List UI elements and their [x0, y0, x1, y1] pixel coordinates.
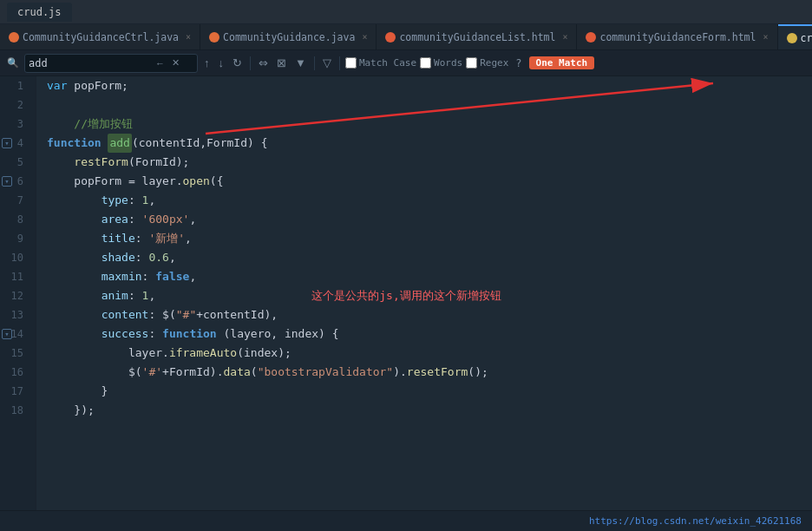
tab-close-icon[interactable]: × — [362, 32, 367, 42]
annotation-text: 这个是公共的js,调用的这个新增按钮 — [311, 286, 501, 305]
search-move-btn[interactable]: ⇔ — [256, 56, 271, 69]
line-num-12: 12 — [0, 286, 29, 305]
code-line-2 — [36, 95, 812, 115]
status-url[interactable]: https://blog.csdn.net/weixin_42621168 — [589, 515, 802, 527]
line-num-6: ▾ 6 — [0, 172, 29, 191]
match-case-option[interactable]: Match Case — [345, 57, 416, 69]
search-refresh-btn[interactable]: ↻ — [230, 56, 245, 69]
prop-type: type — [102, 191, 128, 210]
indent — [47, 210, 102, 229]
code-line-18: }); — [36, 401, 812, 420]
indent — [47, 267, 102, 286]
tab-label: communityGuidanceList.html — [399, 31, 555, 43]
code-line-8: area : '600px' , — [36, 210, 812, 229]
search-filter-btn[interactable]: ▼ — [292, 56, 309, 69]
regex-option[interactable]: Regex — [466, 57, 508, 69]
words-checkbox[interactable] — [420, 57, 431, 69]
colon: : — [128, 191, 142, 210]
editor-area: 1 2 3 ▾ 4 5 ▾ 6 7 8 9 10 11 12 13 ▾ 14 1… — [0, 76, 812, 510]
tab-close-icon[interactable]: × — [186, 32, 191, 42]
fn-open: open — [183, 172, 210, 191]
tab-label: CommunityGuidanceCtrl.java — [23, 31, 179, 43]
code-line-1: var popForm; — [36, 76, 812, 95]
fold-icon[interactable]: ▾ — [3, 324, 11, 344]
line-num-2: 2 — [0, 95, 29, 115]
prop-maxmin: maxmin — [102, 267, 142, 286]
indent: popForm = — [47, 172, 142, 191]
dollar2: $( — [128, 363, 142, 382]
tab-label: communityGuidanceForm.html — [599, 31, 756, 43]
search-close-btn[interactable]: ⊠ — [274, 56, 289, 69]
line-num-8: 8 — [0, 210, 29, 229]
code-line-6: popForm = layer. open ({ — [36, 172, 812, 191]
line-num-13: 13 — [0, 305, 29, 324]
title-tab[interactable]: crud.js — [7, 3, 72, 22]
match-case-label: Match Case — [359, 57, 416, 69]
kw-false: false — [155, 267, 189, 286]
html-icon — [586, 32, 596, 43]
call: (FormId); — [128, 153, 189, 172]
kw-var: var — [47, 76, 74, 95]
search-cancel-btn[interactable]: ✕ — [170, 57, 181, 69]
search-funnel-btn[interactable]: ▽ — [320, 56, 334, 69]
tab-commguidancectrl[interactable]: CommunityGuidanceCtrl.java × — [0, 24, 200, 49]
line-numbers: 1 2 3 ▾ 4 5 ▾ 6 7 8 9 10 11 12 13 ▾ 14 1… — [0, 76, 36, 510]
search-down-btn[interactable]: ↓ — [216, 56, 227, 69]
colon: : — [128, 210, 142, 229]
indent — [47, 191, 102, 210]
code-line-7: type : 1 , — [36, 191, 812, 210]
num-shade: 0.6 — [148, 248, 168, 267]
code-line-4: function add (contentId,FormId) { — [36, 134, 812, 153]
search-bar: 🔍 ← ✕ ↑ ↓ ↻ ⇔ ⊠ ▼ ▽ Match Case Words Reg… — [0, 50, 812, 76]
tab-commguidance[interactable]: CommunityGuidance.java × — [200, 24, 377, 49]
search-input-wrap: ← ✕ — [24, 54, 198, 73]
comma: , — [189, 267, 196, 286]
fn-iframeauto: iframeAuto — [169, 344, 237, 363]
one-match-badge: One Match — [529, 56, 595, 69]
code-line-16: $( '#' +FormId). data ( "bootstrapValida… — [36, 363, 812, 382]
tab-close-icon[interactable]: × — [562, 32, 567, 42]
search-input[interactable] — [29, 57, 150, 69]
prop-content: content — [102, 305, 149, 324]
prop-success: success — [102, 324, 149, 344]
java-icon — [9, 32, 19, 43]
tab-commguidanceform[interactable]: communityGuidanceForm.html × — [577, 24, 777, 49]
str-600px: '600px' — [142, 210, 190, 229]
fn-params2: (layero, index) { — [224, 324, 339, 344]
tab-commguidancelist[interactable]: communityGuidanceList.html × — [377, 24, 577, 49]
line-num-5: 5 — [0, 153, 29, 172]
close-chain: ). — [393, 363, 407, 382]
formid-chain: +FormId). — [162, 363, 223, 382]
indent — [47, 363, 128, 382]
str-hash2: '#' — [142, 363, 162, 382]
words-option[interactable]: Words — [420, 57, 462, 69]
indent — [47, 305, 102, 324]
line-num-11: 11 — [0, 267, 29, 286]
open: ( — [251, 363, 258, 382]
str-xinzeng: '新增' — [148, 229, 185, 248]
tab-crudjs[interactable]: crud.js × — [778, 24, 813, 49]
fold-icon[interactable]: ▾ — [3, 172, 11, 191]
str-hash: "#" — [176, 305, 196, 324]
js-icon — [787, 33, 797, 43]
title-bar: crud.js — [0, 0, 812, 24]
comma: , — [189, 210, 196, 229]
line-num-9: 9 — [0, 229, 29, 248]
help-icon: ? — [515, 57, 521, 69]
line-num-18: 18 — [0, 401, 29, 420]
fold-icon[interactable]: ▾ — [3, 134, 11, 153]
layer: layer. — [142, 172, 183, 191]
line-num-4: ▾ 4 — [0, 134, 29, 153]
indent — [47, 344, 128, 363]
search-up-btn[interactable]: ↑ — [201, 56, 213, 69]
tab-close-icon[interactable]: × — [763, 32, 768, 42]
match-case-checkbox[interactable] — [345, 57, 357, 69]
search-clear-btn[interactable]: ← — [154, 58, 167, 69]
prop-anim: anim — [102, 286, 128, 305]
words-label: Words — [434, 57, 462, 69]
call-index: (index); — [237, 344, 291, 363]
search-icon-btn[interactable]: 🔍 — [5, 57, 21, 69]
regex-checkbox[interactable] — [466, 57, 477, 69]
line-num-15: 15 — [0, 344, 29, 363]
colon: : — [142, 267, 156, 286]
